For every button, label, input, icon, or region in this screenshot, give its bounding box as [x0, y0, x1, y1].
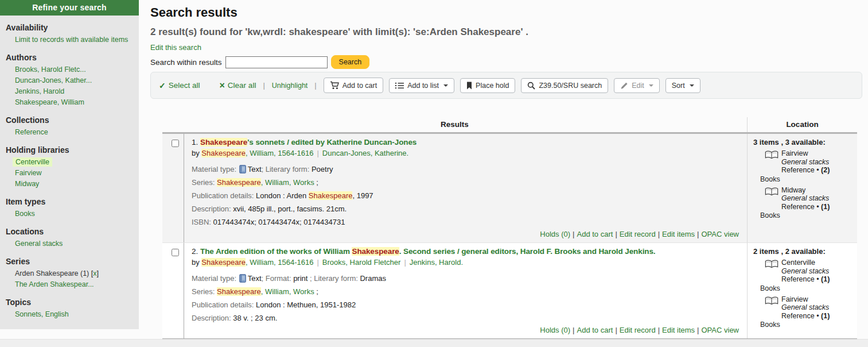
field-value: Dramas	[360, 274, 386, 283]
select-all-link[interactable]: ✓Select all	[159, 81, 200, 90]
series-link[interactable]: , William, Works	[261, 287, 314, 296]
bullet-separator: •	[816, 203, 819, 211]
field-label: Description:	[192, 314, 233, 322]
series-link[interactable]: , William, Works	[261, 178, 314, 187]
result-number: 1.	[192, 138, 198, 146]
author-link[interactable]: Duncan-Jones, Katherine.	[322, 149, 408, 157]
facet-link-author[interactable]: Shakespeare, William	[0, 97, 139, 108]
add-to-cart-link[interactable]: Add to cart	[577, 326, 613, 334]
series-line: Series: Shakespeare, William, Works ;	[192, 178, 741, 187]
separator: |	[658, 326, 660, 334]
biblio-title-link[interactable]: The Arden edition of the works of Willia…	[200, 247, 655, 256]
edit-search-link[interactable]: Edit this search	[150, 43, 201, 52]
holds-link[interactable]: Holds (0)	[540, 230, 570, 238]
highlighted-term: Shakespeare	[352, 247, 399, 256]
record-actions: Holds (0)|Add to cart|Edit record|Edit i…	[192, 326, 741, 334]
author-link[interactable]: Jenkins, Harold.	[410, 258, 463, 267]
field-value: 017443474x; 017443474x; 0174434731	[213, 218, 345, 226]
chevron-down-icon	[443, 84, 448, 87]
facet-link-item-type[interactable]: Books	[0, 209, 139, 219]
author-link[interactable]: , William, 1564-1616	[246, 258, 314, 267]
opac-view-link[interactable]: OPAC view	[702, 230, 739, 238]
z3950-search-label: Z39.50/SRU search	[539, 82, 602, 90]
facet-link-location[interactable]: General stacks	[0, 238, 139, 249]
holds-link[interactable]: Holds (0)	[540, 326, 570, 334]
chevron-down-icon	[649, 84, 653, 87]
record-cell: 2. The Arden edition of the works of Wil…	[184, 243, 747, 338]
sort-button[interactable]: Sort	[665, 78, 700, 93]
facet-link-series[interactable]: The Arden Shakespear...	[0, 279, 139, 290]
result-summary: 2 result(s) found for 'kw,wrdl: shakespe…	[150, 26, 862, 38]
row-checkbox[interactable]	[172, 140, 179, 147]
row-checkbox-cell	[162, 134, 184, 242]
search-within-label: Search within results	[150, 58, 222, 67]
field-value: Poetry	[312, 165, 333, 174]
separator: |	[263, 81, 264, 90]
facet-link-library-active[interactable]: Centerville	[0, 157, 139, 168]
collection-name: Reference	[781, 312, 815, 320]
place-hold-button[interactable]: Place hold	[460, 78, 515, 93]
facet-link-library[interactable]: Midway	[0, 179, 139, 190]
separator: |	[697, 326, 699, 334]
bullet-separator: •	[816, 312, 819, 320]
facet-link-limit-available[interactable]: Limit to records with available items	[0, 34, 139, 45]
edit-label: Edit	[632, 82, 644, 90]
search-button[interactable]: Search	[331, 55, 370, 69]
facet-link-collection[interactable]: Reference	[0, 127, 139, 138]
author-link[interactable]: , William, 1564-1616	[246, 149, 314, 157]
result-row: 1. Shakespeare's sonnets / edited by Kat…	[162, 134, 857, 242]
facet-link-author[interactable]: Brooks, Harold Fletc...	[0, 64, 139, 75]
refine-sidebar-title: Refine your search	[0, 0, 139, 16]
highlighted-term: Shakespeare	[309, 191, 353, 200]
edit-record-link[interactable]: Edit record	[620, 326, 656, 334]
series-line: Series: Shakespeare, William, Works ;	[192, 287, 741, 296]
unhighlight-link[interactable]: Unhighlight	[272, 82, 308, 90]
clear-all-link[interactable]: ×Clear all	[220, 81, 256, 90]
open-book-icon	[765, 151, 779, 160]
item-count: (1)	[821, 203, 830, 211]
biblio-title-link[interactable]: Shakespeare's sonnets / edited by Kather…	[200, 138, 417, 146]
add-to-list-button[interactable]: Add to list	[389, 78, 454, 93]
place-hold-label: Place hold	[476, 82, 509, 90]
facet-link-author[interactable]: Duncan-Jones, Kather...	[0, 75, 139, 86]
collection-name: Reference	[781, 203, 815, 211]
facet-link-author[interactable]: Jenkins, Harold	[0, 86, 139, 97]
facet-section-locations: Locations General stacks	[0, 227, 139, 249]
facet-heading-holding-libraries: Holding libraries	[0, 145, 139, 155]
field-label: ISBN:	[192, 218, 213, 226]
add-to-cart-button[interactable]: Add to cart	[324, 78, 383, 93]
holding-shelf: General stacks	[781, 267, 830, 276]
highlighted-term: Shakespeare	[201, 258, 246, 267]
opac-view-link[interactable]: OPAC view	[702, 326, 739, 334]
collection-name: Reference	[781, 166, 815, 174]
x-icon: ×	[220, 82, 225, 89]
title-text: 's sonnets / edited by Katherine Duncan-…	[247, 138, 417, 146]
holding-entry: Fairview General stacks Reference • (1) …	[753, 295, 855, 329]
row-checkbox[interactable]	[172, 249, 179, 256]
facet-link-topic[interactable]: Sonnets, English	[0, 309, 139, 320]
add-to-cart-link[interactable]: Add to cart	[577, 230, 613, 238]
add-to-cart-label: Add to cart	[342, 82, 377, 90]
location-cell: 2 items , 2 available: Centerville Gener…	[747, 243, 857, 338]
facet-section-topics: Topics Sonnets, English	[0, 298, 139, 320]
edit-button[interactable]: Edit	[614, 78, 660, 93]
edit-record-link[interactable]: Edit record	[620, 230, 656, 238]
facet-link-library[interactable]: Fairview	[0, 168, 139, 179]
list-icon	[395, 82, 404, 89]
field-label: Publication details:	[192, 300, 256, 309]
results-toolbar: ✓Select all ×Clear all | Unhighlight | A…	[150, 72, 862, 99]
field-value: xvii, 485p ill., port., facsims. 21cm.	[233, 205, 347, 213]
holding-collection: Reference • (1)	[781, 275, 830, 284]
author-link[interactable]: Brooks, Harold Fletcher	[322, 258, 401, 267]
edit-items-link[interactable]: Edit items	[662, 230, 695, 238]
z3950-search-button[interactable]: Z39.50/SRU search	[521, 78, 608, 93]
edit-items-link[interactable]: Edit items	[662, 326, 695, 334]
record-actions: Holds (0)|Add to cart|Edit record|Edit i…	[192, 230, 741, 238]
search-within-input[interactable]	[225, 56, 328, 68]
sort-label: Sort	[672, 82, 685, 90]
facet-section-authors: Authors Brooks, Harold Fletc... Duncan-J…	[0, 53, 139, 108]
by-label: by	[192, 149, 201, 157]
bullet-separator: •	[816, 166, 819, 174]
record-details: Material type: Text; Literary form: Poet…	[192, 165, 741, 227]
facet-section-item-types: Item types Books	[0, 197, 139, 219]
